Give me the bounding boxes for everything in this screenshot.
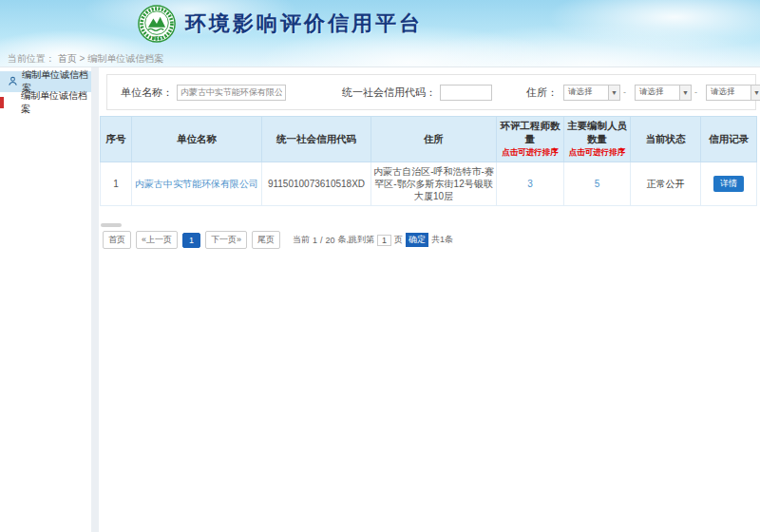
cell-address: 内蒙古自治区-呼和浩特市-赛罕区-鄂尔多斯东街12号银联大厦10层 <box>371 162 497 206</box>
sidebar-item-credit-archive[interactable]: 编制单位诚信档案 <box>0 92 91 113</box>
sidebar: 编制单位诚信档案 编制单位诚信档案 <box>0 67 91 532</box>
next-page-button[interactable]: 下一页» <box>205 231 247 249</box>
address-select-city[interactable]: 请选择 ▼ <box>635 85 692 101</box>
jump-page-input[interactable] <box>377 235 391 246</box>
credit-code-input[interactable] <box>440 85 492 101</box>
table-header-row: 序号 单位名称 统一社会信用代码 住所 环评工程师数量 点击可进行排序 主要编制… <box>101 117 757 162</box>
staff-count-link[interactable]: 5 <box>595 179 600 189</box>
last-page-button[interactable]: 尾页 <box>252 231 280 249</box>
mee-logo-icon: MEE <box>138 5 176 43</box>
detail-button[interactable]: 详情 <box>713 176 744 192</box>
info-slash: / <box>320 236 323 245</box>
unit-name-label: 单位名称： <box>121 86 173 100</box>
breadcrumb-home-link[interactable]: 首页 <box>58 53 77 64</box>
info-prefix: 当前 <box>293 234 310 246</box>
breadcrumb: 当前位置： 首页 > 编制单位诚信档案 <box>8 52 163 66</box>
red-marker-icon <box>0 97 4 108</box>
sidebar-item-label: 编制单位诚信档案 <box>21 89 91 116</box>
search-panel: 单位名称： 统一社会信用代码： 住所： 请选择 ▼ - 请选择 ▼ - 请选择 … <box>106 74 756 110</box>
select-value[interactable]: 请选择 <box>706 85 750 101</box>
cell-status: 正常公开 <box>631 162 701 206</box>
prev-page-button[interactable]: «上一页 <box>136 231 178 249</box>
breadcrumb-label: 当前位置： <box>8 53 55 64</box>
info-page: 1 <box>313 236 317 245</box>
sort-hint: 点击可进行排序 <box>565 147 629 159</box>
unit-name-input[interactable] <box>177 85 286 101</box>
col-header-staff-count[interactable]: 主要编制人员数量 点击可进行排序 <box>564 117 631 162</box>
current-page-button[interactable]: 1 <box>182 233 200 248</box>
col-header-index: 序号 <box>101 117 132 162</box>
cell-index: 1 <box>101 162 132 206</box>
jump-confirm-button[interactable]: 确定 <box>406 233 428 247</box>
person-icon <box>8 76 18 88</box>
col-header-engineer-count[interactable]: 环评工程师数量 点击可进行排序 <box>497 117 564 162</box>
col-header-status: 当前状态 <box>631 117 701 162</box>
scrollbar-thumb[interactable] <box>101 223 122 227</box>
breadcrumb-separator: > <box>80 53 86 64</box>
sort-hint: 点击可进行排序 <box>498 147 562 159</box>
select-value[interactable]: 请选择 <box>635 85 679 101</box>
select-separator: - <box>694 87 697 97</box>
chevron-down-icon[interactable]: ▼ <box>608 85 620 101</box>
pagination: 首页 «上一页 1 下一页» 尾页 当前 1 / 20 条,跳到第 页 确定 共… <box>103 231 453 249</box>
total-count: 共1条 <box>431 234 453 246</box>
chevron-down-icon[interactable]: ▼ <box>750 85 760 101</box>
horizontal-scrollbar <box>101 223 756 228</box>
main-content: 单位名称： 统一社会信用代码： 住所： 请选择 ▼ - 请选择 ▼ - 请选择 … <box>99 67 760 532</box>
info-unit: 条,跳到第 <box>338 234 375 246</box>
table-row: 1 内蒙古中实节能环保有限公司 9115010073610518XD 内蒙古自治… <box>101 162 757 206</box>
chevron-down-icon[interactable]: ▼ <box>679 85 692 101</box>
credit-code-label: 统一社会信用代码： <box>342 86 436 100</box>
address-select-district[interactable]: 请选择 ▼ <box>706 85 760 101</box>
svg-text:MEE: MEE <box>152 36 162 41</box>
results-table: 序号 单位名称 统一社会信用代码 住所 环评工程师数量 点击可进行排序 主要编制… <box>100 116 757 206</box>
breadcrumb-current: 编制单位诚信档案 <box>87 53 163 64</box>
jump-suffix: 页 <box>394 234 403 246</box>
cell-credit-code: 9115010073610518XD <box>262 162 371 206</box>
engineer-count-link[interactable]: 3 <box>527 179 533 189</box>
first-page-button[interactable]: 首页 <box>103 231 131 249</box>
address-select-province[interactable]: 请选择 ▼ <box>563 85 620 101</box>
pagination-info: 当前 1 / 20 条,跳到第 页 确定 共1条 <box>293 233 453 247</box>
col-header-address: 住所 <box>371 117 497 162</box>
info-total-pages: 20 <box>326 236 335 245</box>
address-label: 住所： <box>526 86 558 100</box>
select-separator: - <box>623 87 626 97</box>
select-value[interactable]: 请选择 <box>563 85 608 101</box>
col-header-unit-name: 单位名称 <box>132 117 262 162</box>
unit-name-link[interactable]: 内蒙古中实节能环保有限公司 <box>135 179 258 189</box>
col-header-credit-code: 统一社会信用代码 <box>262 117 371 162</box>
col-header-credit-record: 信用记录 <box>701 117 757 162</box>
page-title: 环境影响评价信用平台 <box>185 10 423 38</box>
col-label: 主要编制人员数量 <box>567 120 627 144</box>
sidebar-divider <box>91 67 99 532</box>
col-label: 环评工程师数量 <box>501 120 560 144</box>
